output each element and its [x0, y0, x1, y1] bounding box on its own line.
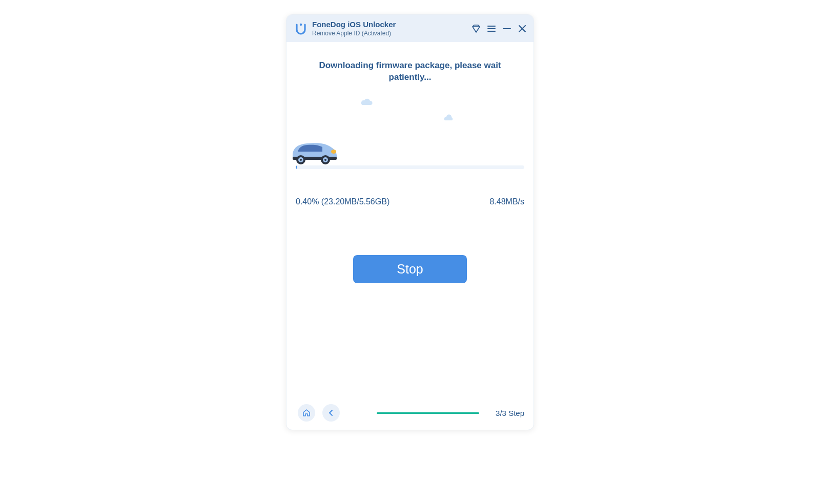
main-content: Downloading firmware package, please wai… [286, 42, 534, 399]
svg-point-8 [331, 150, 336, 154]
step-label: 3/3 Step [496, 409, 524, 417]
title-bar: FoneDog iOS Unlocker Remove Apple ID (Ac… [286, 15, 534, 42]
stop-button[interactable]: Stop [353, 255, 467, 283]
step-indicator-fill [377, 412, 479, 414]
car-icon [290, 136, 339, 167]
svg-point-0 [300, 23, 302, 25]
title-left: FoneDog iOS Unlocker Remove Apple ID (Ac… [295, 20, 396, 37]
app-logo-icon [295, 23, 307, 35]
illustration-area [294, 89, 526, 165]
window-controls [471, 24, 527, 34]
cloud-icon [359, 98, 374, 108]
home-button[interactable] [298, 404, 315, 422]
progress-label: 0.40% (23.20MB/5.56GB) [296, 197, 389, 206]
footer-nav [298, 404, 340, 422]
back-button[interactable] [322, 404, 340, 422]
close-icon[interactable] [517, 24, 527, 34]
minimize-icon[interactable] [502, 24, 512, 34]
progress-stats: 0.40% (23.20MB/5.56GB) 8.48MB/s [294, 197, 526, 206]
svg-point-11 [300, 159, 302, 161]
app-subtitle: Remove Apple ID (Activated) [312, 30, 396, 37]
svg-point-14 [324, 159, 326, 161]
step-indicator-track [340, 412, 496, 414]
home-icon [302, 408, 311, 417]
app-window: FoneDog iOS Unlocker Remove Apple ID (Ac… [286, 14, 534, 430]
footer-bar: 3/3 Step [286, 399, 534, 430]
title-text-block: FoneDog iOS Unlocker Remove Apple ID (Ac… [312, 20, 396, 37]
status-message: Downloading firmware package, please wai… [294, 60, 526, 83]
cloud-icon [442, 114, 455, 123]
speed-label: 8.48MB/s [489, 197, 524, 206]
chevron-left-icon [326, 408, 336, 417]
app-title: FoneDog iOS Unlocker [312, 20, 396, 29]
diamond-icon[interactable] [471, 24, 481, 34]
menu-icon[interactable] [486, 24, 497, 34]
